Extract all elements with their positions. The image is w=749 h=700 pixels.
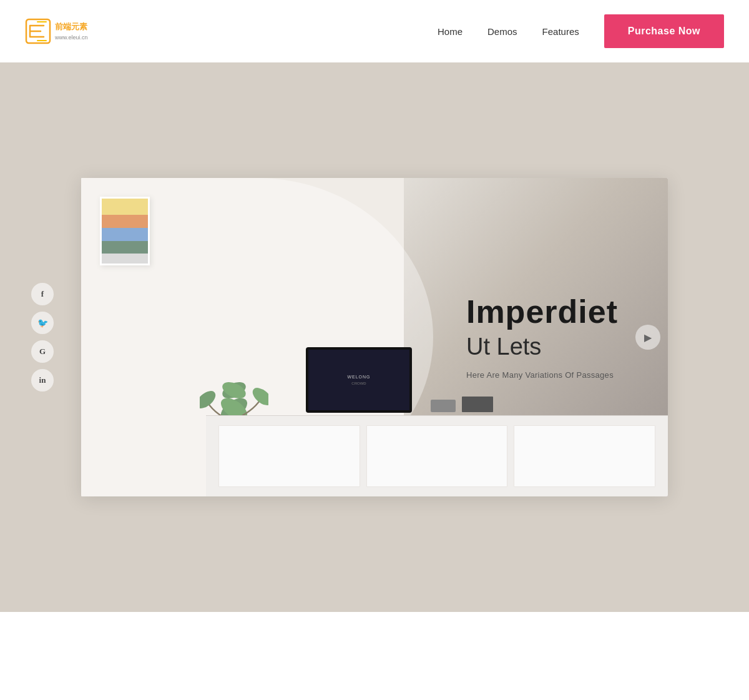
logo-area: 前端元素 www.eleui.cn — [25, 14, 115, 49]
tv-monitor: WELONG CROWD — [306, 347, 412, 413]
main-nav: Home Demos Features — [438, 26, 579, 37]
slide-container: WELONG CROWD Imperdiet Ut Lets Here Are … — [81, 178, 668, 496]
social-icons: f 🐦 G in — [31, 283, 54, 392]
slide-arrow-right[interactable]: ▶ — [635, 325, 660, 350]
site-logo: 前端元素 www.eleui.cn — [25, 14, 115, 49]
credenza — [206, 415, 668, 496]
linkedin-icon[interactable]: in — [31, 369, 54, 392]
nav-demos[interactable]: Demos — [487, 26, 517, 37]
bottom-section — [0, 612, 749, 700]
nav-home[interactable]: Home — [438, 26, 463, 37]
nav-features[interactable]: Features — [542, 26, 579, 37]
slide-title-sub: Ut Lets — [466, 334, 618, 361]
slide-text: Imperdiet Ut Lets Here Are Many Variatio… — [466, 294, 618, 380]
hero-section: f 🐦 G in — [0, 62, 749, 612]
twitter-icon[interactable]: 🐦 — [31, 312, 54, 334]
slide-title-main: Imperdiet — [466, 294, 618, 330]
svg-text:前端元素: 前端元素 — [55, 22, 88, 31]
svg-text:www.eleui.cn: www.eleui.cn — [54, 34, 88, 41]
purchase-now-button[interactable]: Purchase Now — [604, 14, 724, 48]
google-icon[interactable]: G — [31, 340, 54, 363]
small-device — [462, 397, 493, 412]
slide-description: Here Are Many Variations Of Passages — [466, 371, 618, 380]
remote-control — [431, 400, 456, 412]
site-header: 前端元素 www.eleui.cn Home Demos Features Pu… — [0, 0, 749, 62]
facebook-icon[interactable]: f — [31, 283, 54, 305]
